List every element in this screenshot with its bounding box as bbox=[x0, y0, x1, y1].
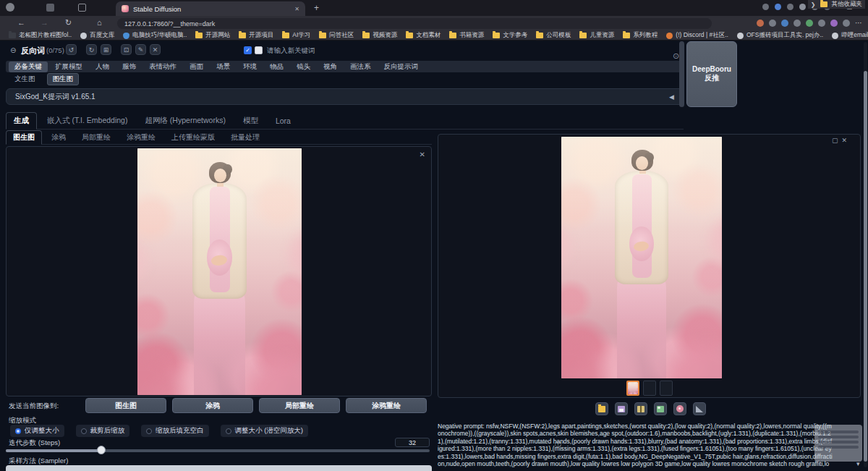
canvas-clear-icon[interactable]: ✕ bbox=[420, 150, 425, 158]
tag-category-tab[interactable]: 必备关键 bbox=[9, 61, 48, 72]
prompt-mode-tab[interactable]: 文生图 bbox=[9, 73, 41, 85]
bookmark-item[interactable]: 问答社区 bbox=[315, 31, 358, 40]
bookmark-item[interactable]: 百度文库 bbox=[76, 31, 119, 40]
extension-icon[interactable] bbox=[787, 4, 793, 10]
bookmark-item[interactable]: 开源网站 bbox=[191, 31, 234, 40]
extension-icon[interactable] bbox=[762, 4, 769, 10]
output-gallery[interactable]: ▢ ✕ bbox=[438, 134, 861, 398]
tag-category-tab[interactable]: 视角 bbox=[318, 61, 343, 72]
back-icon[interactable]: ← bbox=[17, 18, 25, 27]
gallery-expand-icon[interactable]: ▢ bbox=[832, 137, 838, 144]
browser-tab[interactable]: Stable Diffusion ✕ bbox=[116, 1, 305, 16]
edit-icon[interactable]: ✎ bbox=[135, 44, 146, 55]
workspaces-icon[interactable] bbox=[46, 4, 54, 12]
img2img-tab[interactable]: 局部重绘 bbox=[75, 131, 117, 144]
send-to-inpaint-sketch-button[interactable]: 涂鸦重绘 bbox=[346, 398, 427, 413]
forward-icon[interactable]: → bbox=[41, 18, 48, 27]
save-zip-button[interactable] bbox=[634, 402, 647, 415]
extension-icon[interactable] bbox=[818, 20, 825, 27]
extension-icon[interactable] bbox=[830, 20, 838, 27]
tag-category-tab[interactable]: 人物 bbox=[90, 61, 115, 72]
extension-icon[interactable] bbox=[806, 20, 813, 27]
img2img-tab[interactable]: 涂鸦 bbox=[45, 131, 72, 144]
copy-icon[interactable]: ⊡ bbox=[121, 44, 132, 55]
page-scrollbar-thumb[interactable] bbox=[864, 71, 867, 462]
tag-category-tab[interactable]: 画面 bbox=[184, 61, 209, 72]
other-favorites-label[interactable]: 其他收藏夹 bbox=[832, 0, 863, 9]
bookmarks-overflow-icon[interactable]: ❯ bbox=[811, 1, 816, 8]
send-to-sketch-button[interactable]: 涂鸦 bbox=[172, 398, 253, 413]
bookmark-item[interactable]: 电脑技巧/华硕电脑.. bbox=[119, 31, 191, 40]
main-tab[interactable]: 生成 bbox=[6, 112, 37, 130]
new-tab-button[interactable]: + bbox=[314, 3, 319, 13]
tag-category-tab[interactable]: 表情动作 bbox=[143, 61, 182, 72]
sixgod-accordion[interactable]: SixGod_K提示词 v1.65.1 ◀ bbox=[6, 88, 684, 105]
extension-icon[interactable] bbox=[757, 20, 764, 27]
undo-icon[interactable]: ↺ bbox=[66, 44, 77, 55]
clear-icon[interactable]: ✕ bbox=[150, 44, 161, 55]
tag-category-tab[interactable]: 扩展模型 bbox=[49, 61, 88, 72]
img2img-tab[interactable]: 图生图 bbox=[6, 130, 42, 145]
bookmark-item[interactable]: 文学参考 bbox=[488, 31, 532, 40]
gallery-thumbnail[interactable] bbox=[643, 381, 656, 396]
img2img-tab[interactable]: 上传重绘蒙版 bbox=[165, 131, 221, 144]
tab-actions-icon[interactable] bbox=[78, 4, 86, 12]
bookmark-item[interactable]: 老柘图片教程图fol.. bbox=[4, 31, 76, 40]
bookmark-item[interactable]: 文档素材 bbox=[401, 31, 445, 40]
save-image-button[interactable] bbox=[615, 402, 628, 415]
extension-icon[interactable] bbox=[799, 4, 806, 10]
bookmark-item[interactable]: 公司模板 bbox=[532, 31, 575, 40]
extension-icon[interactable] bbox=[769, 20, 776, 27]
tag-category-tab[interactable]: 服饰 bbox=[116, 61, 142, 72]
tag-category-tab[interactable]: 物品 bbox=[264, 61, 289, 72]
prompt-mode-tab[interactable]: 图生图 bbox=[47, 73, 80, 85]
open-folder-button[interactable] bbox=[595, 402, 608, 415]
steps-slider-handle[interactable] bbox=[97, 446, 106, 454]
save-icon[interactable]: ⊞ bbox=[101, 44, 111, 55]
tab-close-icon[interactable]: ✕ bbox=[294, 6, 299, 12]
resize-mode-radio[interactable]: 仅调整大小 bbox=[10, 425, 64, 437]
interrogate-clip-button[interactable] bbox=[679, 41, 684, 107]
img2img-tab[interactable]: 批量处理 bbox=[224, 131, 266, 144]
gallery-thumbnail[interactable] bbox=[626, 381, 639, 396]
steps-value-input[interactable]: 32 bbox=[395, 438, 430, 447]
bookmark-item[interactable]: 系列教程 bbox=[618, 31, 662, 40]
bookmark-item[interactable]: 哔哩email管理系统.. bbox=[827, 31, 868, 40]
extension-icon[interactable] bbox=[781, 20, 788, 27]
bookmark-item[interactable]: 儿童资源 bbox=[575, 31, 618, 40]
bookmark-item[interactable]: OFS搬砖项目工具实. pej办.. bbox=[733, 31, 827, 40]
redo-icon[interactable]: ↻ bbox=[86, 44, 97, 55]
home-icon[interactable]: ⌂ bbox=[97, 18, 102, 27]
refresh-icon[interactable]: ↻ bbox=[65, 18, 72, 27]
tag-category-tab[interactable]: 画法系 bbox=[344, 61, 377, 72]
interrogate-deepbooru-button[interactable]: DeepBooru 反推 bbox=[686, 41, 737, 107]
main-tab[interactable]: 嵌入式 (T.I. Embedding) bbox=[40, 113, 135, 129]
img2img-tab[interactable]: 涂鸦重绘 bbox=[120, 131, 162, 144]
send-image-img2img-button[interactable] bbox=[654, 402, 667, 415]
keyword-input[interactable] bbox=[255, 46, 263, 54]
tag-category-tab[interactable]: 场景 bbox=[210, 61, 236, 72]
main-tab[interactable]: 超网络 (Hypernetworks) bbox=[137, 113, 232, 129]
browser-avatar[interactable] bbox=[843, 20, 850, 27]
send-image-extras-button[interactable] bbox=[693, 402, 706, 415]
panel-toggle-icon[interactable]: ⊙ bbox=[673, 51, 679, 61]
tag-category-tab[interactable]: 镜头 bbox=[291, 61, 316, 72]
tag-category-tab[interactable]: 反向提示词 bbox=[378, 61, 425, 72]
extension-icon[interactable] bbox=[775, 4, 781, 10]
resize-mode-radio[interactable]: 调整大小 (潜空间放大) bbox=[221, 425, 308, 437]
prompt-collapse-icon[interactable]: ⊖ bbox=[10, 46, 16, 54]
send-to-inpaint-button[interactable]: 局部重绘 bbox=[259, 398, 340, 413]
bookmark-item[interactable]: 开源项目 bbox=[234, 31, 278, 40]
result-image[interactable] bbox=[561, 137, 722, 378]
browser-menu-icon[interactable]: ⋯ bbox=[855, 19, 862, 27]
bookmark-item[interactable]: 书籍资源 bbox=[445, 31, 488, 40]
img2img-canvas[interactable]: ✕ bbox=[6, 146, 432, 396]
sampler-dropdown[interactable] bbox=[6, 465, 432, 471]
info-scroll-icon[interactable]: ▾ bbox=[856, 460, 860, 467]
keyword-checkbox[interactable]: ✓ bbox=[244, 46, 252, 54]
bookmark-item[interactable]: AI学习 bbox=[278, 31, 315, 40]
gallery-close-icon[interactable]: ✕ bbox=[841, 137, 847, 144]
send-to-img2img-button[interactable]: 图生图 bbox=[85, 398, 166, 413]
browser-profile-icon[interactable] bbox=[6, 3, 14, 12]
bookmark-item[interactable]: (!) Discord | #社区.. bbox=[662, 31, 733, 40]
